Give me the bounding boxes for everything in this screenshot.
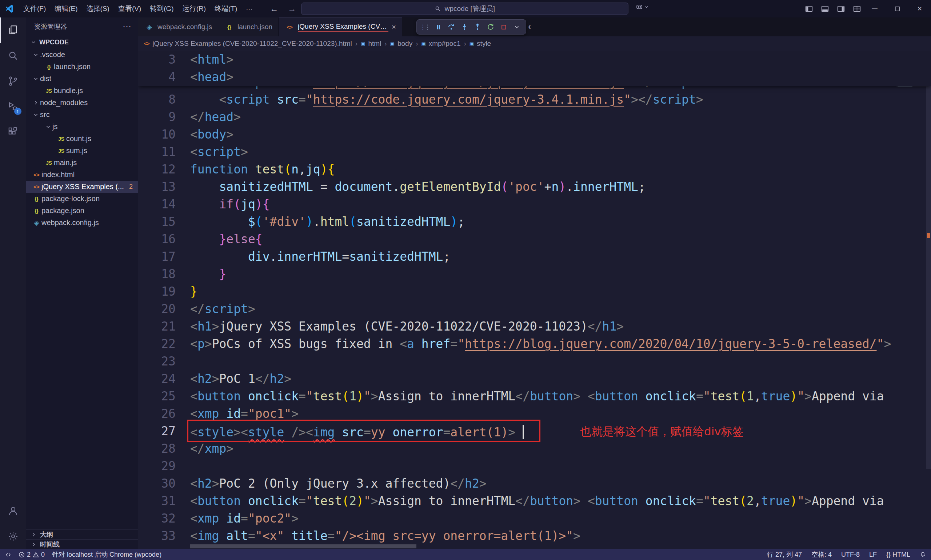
code-line: 30<h2>PoC 2 (Only jQuery 3.x affected)</… [138, 475, 931, 492]
toggle-sidebar-icon[interactable] [802, 2, 816, 15]
search-activity-icon[interactable] [0, 43, 26, 68]
copilot-menu[interactable] [636, 3, 649, 11]
source-control-activity-icon[interactable] [0, 68, 26, 94]
eol[interactable]: LF [869, 551, 877, 558]
minimap[interactable] [896, 51, 926, 549]
line-content: } [175, 283, 197, 300]
toggle-panel-icon[interactable] [818, 2, 831, 15]
menu-item[interactable]: 选择(S) [82, 0, 114, 17]
code-editor[interactable]: 3<html>4<head> <script src="https://code… [138, 51, 931, 549]
menu-item[interactable]: 转到(G) [145, 0, 178, 17]
file-item[interactable]: <>jQuery XSS Examples (...2 [26, 181, 138, 193]
command-center[interactable]: wpcode [管理员] [301, 3, 628, 15]
line-content: </head> [175, 108, 241, 126]
back-arrow-icon[interactable]: ← [270, 4, 278, 14]
sidebar-section-timeline[interactable]: 时间线 [26, 539, 138, 549]
forward-arrow-icon[interactable]: → [288, 4, 296, 14]
drag-grip-icon[interactable]: ⋮⋮ [420, 23, 429, 31]
json-file-icon: {} [224, 24, 234, 30]
code-line: 33<img alt="<x" title="/><img src=yy one… [138, 527, 931, 545]
folder-item[interactable]: js [26, 121, 138, 133]
line-content: sanitizedHTML = document.getElementById(… [175, 178, 646, 195]
breadcrumb-segment[interactable]: style [477, 40, 491, 48]
account-icon[interactable] [0, 498, 26, 524]
maximize-button[interactable] [886, 0, 908, 17]
minimize-button[interactable]: ─ [863, 0, 886, 17]
language-mode[interactable]: {} HTML [886, 551, 910, 558]
indentation[interactable]: 空格: 4 [811, 550, 832, 559]
menu-item[interactable]: 查看(V) [114, 0, 145, 17]
copilot-icon [636, 3, 643, 11]
folder-item[interactable]: dist [26, 73, 138, 85]
chevron-left-icon[interactable]: ‹ [528, 22, 531, 32]
menu-item[interactable]: 文件(F) [19, 0, 50, 17]
customize-layout-icon[interactable] [850, 2, 863, 15]
menu-item[interactable]: 编辑(E) [50, 0, 82, 17]
code-line: 14 if(jq){ [138, 195, 931, 213]
tab-jquery-xss-examples-cve-2020-[interactable]: <>jQuery XSS Examples (CVE-2020-...× [279, 17, 402, 36]
extensions-activity-icon[interactable] [0, 119, 26, 145]
horizontal-scrollbar[interactable] [190, 545, 416, 548]
step-into-icon[interactable] [458, 21, 471, 33]
restart-icon[interactable] [485, 21, 497, 33]
notifications[interactable] [920, 552, 926, 558]
file-item[interactable]: JSbundle.js [26, 85, 138, 97]
stop-icon[interactable] [497, 21, 510, 33]
file-item[interactable]: JSmain.js [26, 157, 138, 169]
line-content: <body> [175, 126, 234, 143]
sidebar-section-outline[interactable]: 大纲 [26, 529, 138, 539]
step-over-icon[interactable] [445, 21, 457, 33]
tab-launch-json[interactable]: {}launch.json [218, 17, 279, 36]
red-annotation-text: 也就是将这个值，赋值给div标签 [580, 423, 744, 440]
file-item[interactable]: {}package-lock.json [26, 193, 138, 205]
file-item[interactable]: JScount.js [26, 133, 138, 145]
file-item[interactable]: <>index.html [26, 169, 138, 181]
run-debug-activity-icon[interactable]: 1 [0, 94, 26, 119]
vertical-scrollbar[interactable] [926, 51, 931, 469]
chevron-down-icon [645, 5, 649, 9]
line-number [138, 86, 175, 91]
menu-item[interactable]: ⋯ [242, 0, 257, 17]
explorer-activity-icon[interactable] [0, 17, 26, 43]
text-cursor [523, 425, 524, 439]
toggle-secondary-sidebar-icon[interactable] [834, 2, 847, 15]
html-file-icon: <> [144, 41, 149, 46]
breadcrumb-file[interactable]: jQuery XSS Examples (CVE-2020-11022_CVE-… [152, 40, 352, 48]
menu-item[interactable]: 终端(T) [210, 0, 242, 17]
command-center-text: wpcode [管理员] [445, 4, 495, 14]
line-content: <xmp id="poc2"> [175, 510, 299, 527]
debug-launch-status[interactable]: 针对 localhost 启动 Chrome (wpcode) [52, 550, 162, 559]
titlebar: 文件(F)编辑(E)选择(S)查看(V)转到(G)运行(R)终端(T)⋯ ← →… [0, 0, 931, 17]
chevron-right-icon [29, 542, 38, 547]
symbol-icon: ▣ [390, 41, 394, 46]
tab-webpack-config-js[interactable]: ◈webpack.config.js [138, 17, 218, 36]
code-line: 10<body> [138, 126, 931, 143]
line-content: $('#div').html(sanitizedHTML); [175, 213, 465, 231]
step-out-icon[interactable] [471, 21, 484, 33]
file-item[interactable]: ◈webpack.config.js [26, 217, 138, 229]
cursor-position[interactable]: 行 27, 列 47 [767, 550, 802, 559]
file-item[interactable]: {}launch.json [26, 61, 138, 73]
menu-item[interactable]: 运行(R) [178, 0, 210, 17]
breadcrumb-segment[interactable]: xmp#poc1 [429, 40, 461, 48]
breadcrumb-segment[interactable]: html [368, 40, 381, 48]
file-item[interactable]: JSsum.js [26, 145, 138, 157]
breadcrumb-segment[interactable]: body [397, 40, 412, 48]
line-content: </xmp> [175, 440, 234, 457]
file-item[interactable]: {}package.json [26, 205, 138, 217]
pause-icon[interactable] [432, 21, 445, 33]
workspace-root[interactable]: WPCODE [26, 35, 138, 49]
close-button[interactable]: × [908, 0, 931, 17]
encoding[interactable]: UTF-8 [841, 551, 860, 558]
more-actions-icon[interactable]: ⋯ [123, 22, 131, 32]
line-content: }else{ [175, 231, 263, 248]
close-icon[interactable]: × [392, 23, 396, 31]
problems-status[interactable]: 2 0 [18, 551, 45, 558]
folder-item[interactable]: .vscode [26, 49, 138, 61]
breadcrumb-separator: › [464, 40, 466, 48]
chevron-icon[interactable] [511, 21, 523, 33]
folder-item[interactable]: src [26, 109, 138, 121]
settings-icon[interactable] [0, 524, 26, 549]
remote-indicator[interactable] [5, 552, 11, 558]
folder-item[interactable]: node_modules [26, 97, 138, 109]
